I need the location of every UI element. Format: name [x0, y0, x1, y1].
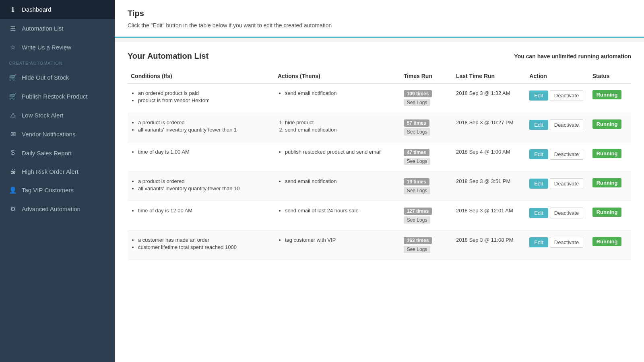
action-item: send email of last 24 hours sale	[285, 208, 397, 214]
action-cell: EditDeactivate	[526, 142, 589, 172]
see-logs-button[interactable]: See Logs	[404, 216, 431, 224]
times-cell: 57 timesSee Logs	[400, 113, 453, 142]
sidebar-item-low-stock-alert[interactable]: ⚠ Low Stock Alert	[0, 106, 115, 125]
times-cell: 127 timesSee Logs	[400, 201, 453, 230]
col-status: Status	[589, 69, 631, 84]
tips-title: Tips	[128, 9, 631, 18]
conditions-cell: a customer has made an ordercustomer lif…	[128, 230, 275, 260]
sidebar-item-tag-vip[interactable]: 👤 Tag VIP Customers	[0, 181, 115, 200]
see-logs-button[interactable]: See Logs	[404, 187, 431, 194]
col-times-run: Times Run	[400, 69, 453, 84]
actions-cell: publish restocked product and send email	[275, 142, 400, 172]
status-badge: Running	[592, 208, 622, 217]
times-badge: 163 times	[404, 237, 432, 244]
sidebar-item-hide-out-of-stock[interactable]: 🛒 Hide Out of Stock	[0, 68, 115, 87]
condition-item: product is from vendor Hextom	[138, 97, 271, 103]
status-badge: Running	[592, 90, 622, 99]
status-badge: Running	[592, 149, 622, 158]
table-row: a product is orderedall variants' invent…	[128, 172, 631, 201]
deactivate-button[interactable]: Deactivate	[550, 90, 583, 101]
sidebar-item-label: Dashboard	[22, 6, 51, 13]
status-cell: Running	[589, 113, 631, 142]
status-cell: Running	[589, 142, 631, 172]
last-run-cell: 2018 Sep 3 @ 11:08 PM	[453, 230, 526, 260]
gear-icon: ⚙	[9, 205, 17, 213]
sidebar-item-vendor-notifications[interactable]: ✉ Vendor Notifications	[0, 125, 115, 144]
sidebar-item-label: Daily Sales Report	[22, 150, 72, 156]
user-icon: 👤	[9, 186, 17, 194]
condition-item: all variants' inventory quantity fewer t…	[138, 185, 271, 191]
edit-button[interactable]: Edit	[529, 120, 548, 130]
dollar-icon: $	[9, 149, 17, 156]
action-cell: EditDeactivate	[526, 230, 589, 260]
action-item: hide product	[285, 119, 397, 125]
actions-cell: send email notification	[275, 172, 400, 201]
condition-item: time of day is 1:00 AM	[138, 149, 271, 155]
deactivate-button[interactable]: Deactivate	[550, 119, 583, 130]
status-badge: Running	[592, 119, 622, 129]
times-cell: 47 timesSee Logs	[400, 142, 453, 172]
times-cell: 19 timesSee Logs	[400, 172, 453, 201]
sidebar-item-daily-sales-report[interactable]: $ Daily Sales Report	[0, 144, 115, 162]
action-item: send email notification	[285, 178, 397, 184]
automation-header: Your Automation List You can have unlimi…	[128, 51, 631, 61]
edit-button[interactable]: Edit	[529, 237, 548, 247]
deactivate-button[interactable]: Deactivate	[550, 149, 583, 160]
sidebar-item-dashboard[interactable]: ℹ Dashboard	[0, 0, 115, 19]
see-logs-button[interactable]: See Logs	[404, 99, 431, 106]
condition-item: a product is ordered	[138, 119, 271, 125]
sidebar-item-high-risk-order[interactable]: 🖨 High Risk Order Alert	[0, 162, 115, 181]
star-icon: ☆	[9, 43, 17, 51]
sidebar-item-label: High Risk Order Alert	[22, 168, 78, 175]
action-item: tag customer with VIP	[285, 237, 397, 243]
times-badge: 47 times	[404, 149, 429, 156]
conditions-cell: time of day is 12:00 AM	[128, 201, 275, 230]
list-icon: ☰	[9, 25, 17, 32]
info-icon: ℹ	[9, 6, 17, 13]
col-actions: Actions (Thens)	[275, 69, 400, 84]
condition-item: a customer has made an order	[138, 237, 271, 243]
times-cell: 109 timesSee Logs	[400, 84, 453, 113]
col-conditions: Conditions (Ifs)	[128, 69, 275, 84]
sidebar-item-automation-list[interactable]: ☰ Automation List	[0, 19, 115, 38]
automation-list-title: Your Automation List	[128, 51, 208, 61]
action-cell: EditDeactivate	[526, 84, 589, 113]
edit-button[interactable]: Edit	[529, 179, 548, 189]
see-logs-button[interactable]: See Logs	[404, 128, 431, 136]
last-run-cell: 2018 Sep 3 @ 10:27 PM	[453, 113, 526, 142]
deactivate-button[interactable]: Deactivate	[550, 208, 583, 218]
action-item: send email notification	[285, 127, 397, 133]
col-last-time: Last Time Run	[453, 69, 526, 84]
deactivate-button[interactable]: Deactivate	[550, 178, 583, 189]
times-cell: 163 timesSee Logs	[400, 230, 453, 260]
condition-item: an ordered product is paid	[138, 90, 271, 96]
sidebar-item-write-review[interactable]: ☆ Write Us a Review	[0, 38, 115, 57]
actions-cell: hide productsend email notification	[275, 113, 400, 142]
sidebar-item-publish-restock[interactable]: 🛒 Publish Restock Product	[0, 87, 115, 106]
last-run-cell: 2018 Sep 4 @ 1:00 AM	[453, 142, 526, 172]
condition-item: a product is ordered	[138, 178, 271, 184]
status-cell: Running	[589, 172, 631, 201]
status-badge: Running	[592, 237, 622, 246]
condition-item: customer lifetime total spent reached 10…	[138, 244, 271, 250]
see-logs-button[interactable]: See Logs	[404, 158, 431, 165]
sidebar: ℹ Dashboard ☰ Automation List ☆ Write Us…	[0, 0, 115, 362]
action-item: publish restocked product and send email	[285, 149, 397, 155]
action-cell: EditDeactivate	[526, 113, 589, 142]
deactivate-button[interactable]: Deactivate	[550, 237, 583, 248]
edit-button[interactable]: Edit	[529, 90, 548, 101]
times-badge: 109 times	[404, 90, 432, 97]
table-row: time of day is 1:00 AMpublish restocked …	[128, 142, 631, 172]
sidebar-item-label: Publish Restock Product	[22, 93, 87, 100]
status-cell: Running	[589, 230, 631, 260]
table-row: a customer has made an ordercustomer lif…	[128, 230, 631, 260]
see-logs-button[interactable]: See Logs	[404, 246, 431, 253]
automation-table: Conditions (Ifs) Actions (Thens) Times R…	[128, 69, 631, 260]
action-cell: EditDeactivate	[526, 201, 589, 230]
times-badge: 57 times	[404, 119, 429, 127]
main-content: Tips Click the "Edit" button in the tabl…	[115, 0, 644, 362]
edit-button[interactable]: Edit	[529, 208, 548, 218]
conditions-cell: a product is orderedall variants' invent…	[128, 172, 275, 201]
sidebar-item-advanced-automation[interactable]: ⚙ Advanced Automation	[0, 200, 115, 218]
edit-button[interactable]: Edit	[529, 149, 548, 159]
